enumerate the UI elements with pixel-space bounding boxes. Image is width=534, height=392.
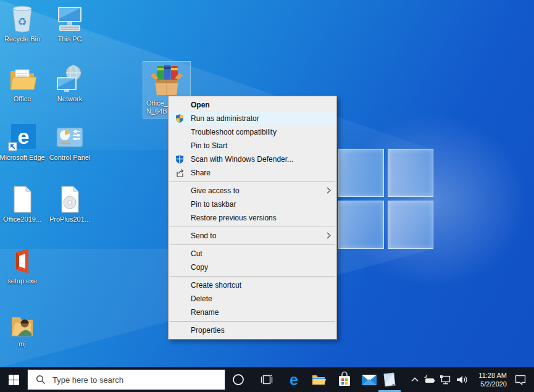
svg-text:♻: ♻ [17,16,27,28]
edge-taskbar-button[interactable]: e [282,367,306,392]
menu-item-pin-to-start[interactable]: Pin to Start [169,139,336,152]
context-menu: Open Run as administrator Troubleshoot c… [168,96,337,340]
notepad-icon [382,372,397,388]
action-center-icon [514,374,527,385]
menu-separator [170,244,335,245]
svg-text:e: e [18,125,30,148]
icon-label: Control Panel [46,154,94,162]
store-icon [337,372,352,388]
menu-item-restore-previous-versions[interactable]: Restore previous versions [169,211,336,225]
menu-item-pin-to-taskbar[interactable]: Pin to taskbar [169,198,336,211]
submenu-arrow-icon [327,232,331,241]
tray-hidden-icons-button[interactable] [407,367,422,392]
network-icon [46,64,94,93]
folder-icon [0,64,46,93]
icon-label: This PC [46,35,94,43]
submenu-arrow-icon [327,187,331,196]
menu-separator [170,227,335,227]
this-pc-icon [46,4,94,33]
search-input[interactable]: Type here to search [27,369,225,390]
archive-box-icon [143,63,190,98]
battery-icon [423,375,436,385]
uac-shield-icon [169,114,191,123]
control-panel-icon [46,122,94,152]
menu-item-open[interactable]: Open [169,98,336,112]
menu-item-give-access-to[interactable]: Give access to [169,184,336,198]
notepad-taskbar-button-running[interactable] [377,367,403,392]
share-icon [169,168,191,178]
taskbar-clock[interactable]: 11:28 AM 5/2/2020 [469,367,507,392]
edge-icon: e [286,372,302,388]
icon-label: Network [46,95,94,103]
tray-network-button[interactable] [438,367,454,392]
clock-time: 11:28 AM [478,371,507,380]
windows-logo-icon [9,375,19,385]
menu-item-properties[interactable]: Properties [169,323,336,337]
chevron-up-icon [410,375,420,385]
menu-item-share[interactable]: Share [169,166,336,180]
start-button[interactable] [0,367,27,392]
file-explorer-icon [311,372,326,387]
office-setup-icon [0,246,46,275]
menu-item-delete[interactable]: Delete [169,292,336,306]
menu-separator [170,181,335,182]
menu-separator [170,321,335,322]
menu-separator [170,276,335,277]
store-taskbar-button[interactable] [332,367,357,392]
desktop-icon-control-panel[interactable]: Control Panel [46,122,94,162]
tray-battery-button[interactable] [422,367,437,392]
menu-item-scan-with-windows-defender[interactable]: Scan with Windows Defender... [169,152,336,166]
svg-text:e: e [290,372,298,388]
desktop-icon-mj-folder[interactable]: mj [0,309,46,348]
icon-label: setup.exe [0,277,46,285]
task-view-button[interactable] [254,367,279,392]
menu-item-troubleshoot-compatibility[interactable]: Troubleshoot compatibility [169,125,336,139]
desktop-icon-office-folder[interactable]: Office [0,64,46,103]
document-icon [0,184,46,214]
icon-label: Recycle Bin [0,35,46,43]
icon-label: Office2019... [0,215,46,223]
cortana-icon [232,373,244,386]
desktop-icon-recycle-bin[interactable]: ♻ Recycle Bin [0,4,46,43]
menu-item-send-to[interactable]: Send to [169,229,336,243]
menu-item-copy[interactable]: Copy [169,261,336,274]
desktop-icon-setup-exe[interactable]: setup.exe [0,246,46,285]
menu-item-cut[interactable]: Cut [169,247,336,261]
menu-item-create-shortcut[interactable]: Create shortcut [169,278,336,292]
taskbar: Type here to search e [0,367,534,392]
user-folder-icon [0,309,46,338]
clock-date: 5/2/2020 [480,380,507,388]
desktop-icon-office2019-file[interactable]: Office2019... [0,184,46,223]
recycle-bin-icon: ♻ [0,4,46,33]
desktop-icon-microsoft-edge[interactable]: e Microsoft Edge [0,122,46,162]
task-view-icon [261,373,273,386]
desktop-icon-proplus-file[interactable]: ProPlus201... [46,184,94,223]
windows-desktop-screen: ♻ Recycle Bin This PC Office Network e [0,0,534,392]
defender-shield-icon [169,154,191,164]
volume-icon [456,375,468,385]
search-placeholder: Type here to search [52,375,123,385]
icon-label: Office [0,95,46,103]
menu-item-run-as-administrator[interactable]: Run as administrator [169,112,336,125]
mail-icon [361,373,377,386]
icon-label: ProPlus201... [46,215,94,223]
search-icon [36,375,46,385]
action-center-button[interactable] [510,367,531,392]
icon-label: Microsoft Edge [0,154,46,162]
edge-icon: e [0,122,46,152]
windows-logo-wallpaper [338,149,433,249]
menu-item-rename[interactable]: Rename [169,306,336,319]
disc-image-icon [46,184,94,214]
cortana-button[interactable] [226,367,251,392]
file-explorer-taskbar-button[interactable] [306,367,331,392]
tray-volume-button[interactable] [454,367,470,392]
desktop-icon-this-pc[interactable]: This PC [46,4,94,43]
network-ethernet-icon [440,375,452,385]
desktop-icon-network[interactable]: Network [46,64,94,103]
icon-label: mj [0,340,46,348]
